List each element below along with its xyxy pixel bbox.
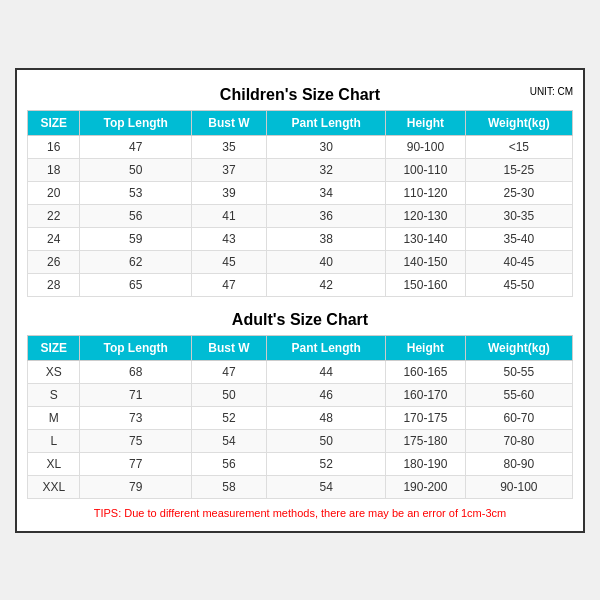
table-cell: 50 <box>80 158 191 181</box>
table-cell: 56 <box>191 452 266 475</box>
table-cell: 54 <box>267 475 386 498</box>
table-cell: 40 <box>267 250 386 273</box>
children-col-height: Height <box>386 110 466 135</box>
table-cell: 60-70 <box>465 406 572 429</box>
table-cell: 43 <box>191 227 266 250</box>
table-cell: 50 <box>191 383 266 406</box>
table-cell: 41 <box>191 204 266 227</box>
table-cell: 45 <box>191 250 266 273</box>
table-row: XS684744160-16550-55 <box>28 360 573 383</box>
table-row: 28654742150-16045-50 <box>28 273 573 296</box>
table-cell: 46 <box>267 383 386 406</box>
table-cell: 18 <box>28 158 80 181</box>
table-cell: 48 <box>267 406 386 429</box>
table-cell: 37 <box>191 158 266 181</box>
unit-label: UNIT: CM <box>530 86 573 97</box>
table-row: 24594338130-14035-40 <box>28 227 573 250</box>
table-cell: 32 <box>267 158 386 181</box>
table-cell: 15-25 <box>465 158 572 181</box>
table-cell: 58 <box>191 475 266 498</box>
table-row: M735248170-17560-70 <box>28 406 573 429</box>
children-col-weight: Weight(kg) <box>465 110 572 135</box>
table-cell: XXL <box>28 475 80 498</box>
children-col-top-length: Top Length <box>80 110 191 135</box>
table-cell: <15 <box>465 135 572 158</box>
table-cell: 130-140 <box>386 227 466 250</box>
table-cell: 40-45 <box>465 250 572 273</box>
table-cell: 25-30 <box>465 181 572 204</box>
table-cell: 120-130 <box>386 204 466 227</box>
table-cell: 100-110 <box>386 158 466 181</box>
table-cell: 44 <box>267 360 386 383</box>
table-cell: 79 <box>80 475 191 498</box>
adult-col-pant-length: Pant Length <box>267 335 386 360</box>
table-cell: 39 <box>191 181 266 204</box>
table-cell: 75 <box>80 429 191 452</box>
table-cell: 47 <box>191 273 266 296</box>
adult-header-row: SIZE Top Length Bust W Pant Length Heigh… <box>28 335 573 360</box>
adult-size-table: SIZE Top Length Bust W Pant Length Heigh… <box>27 335 573 499</box>
table-cell: 55-60 <box>465 383 572 406</box>
table-cell: 22 <box>28 204 80 227</box>
adult-col-size: SIZE <box>28 335 80 360</box>
children-col-bust-w: Bust W <box>191 110 266 135</box>
table-cell: 160-170 <box>386 383 466 406</box>
children-header-row: SIZE Top Length Bust W Pant Length Heigh… <box>28 110 573 135</box>
table-cell: 73 <box>80 406 191 429</box>
table-cell: 45-50 <box>465 273 572 296</box>
table-cell: 180-190 <box>386 452 466 475</box>
table-row: 1647353090-100<15 <box>28 135 573 158</box>
table-cell: 35 <box>191 135 266 158</box>
table-cell: 62 <box>80 250 191 273</box>
table-row: XL775652180-19080-90 <box>28 452 573 475</box>
table-cell: 190-200 <box>386 475 466 498</box>
table-cell: 71 <box>80 383 191 406</box>
table-cell: 20 <box>28 181 80 204</box>
adult-col-top-length: Top Length <box>80 335 191 360</box>
table-cell: 34 <box>267 181 386 204</box>
table-cell: 150-160 <box>386 273 466 296</box>
table-cell: 50 <box>267 429 386 452</box>
table-cell: 30-35 <box>465 204 572 227</box>
table-row: L755450175-18070-80 <box>28 429 573 452</box>
table-cell: S <box>28 383 80 406</box>
table-cell: 47 <box>80 135 191 158</box>
table-row: 26624540140-15040-45 <box>28 250 573 273</box>
table-cell: XL <box>28 452 80 475</box>
children-section-title: Children's Size Chart UNIT: CM <box>27 80 573 106</box>
table-cell: 16 <box>28 135 80 158</box>
children-size-table: SIZE Top Length Bust W Pant Length Heigh… <box>27 110 573 297</box>
children-col-size: SIZE <box>28 110 80 135</box>
table-cell: 65 <box>80 273 191 296</box>
table-row: 18503732100-11015-25 <box>28 158 573 181</box>
table-cell: L <box>28 429 80 452</box>
table-cell: 140-150 <box>386 250 466 273</box>
table-cell: 160-165 <box>386 360 466 383</box>
table-cell: 110-120 <box>386 181 466 204</box>
adult-col-weight: Weight(kg) <box>465 335 572 360</box>
table-cell: 42 <box>267 273 386 296</box>
table-cell: 24 <box>28 227 80 250</box>
table-cell: 175-180 <box>386 429 466 452</box>
table-cell: 80-90 <box>465 452 572 475</box>
table-cell: 26 <box>28 250 80 273</box>
table-cell: 90-100 <box>386 135 466 158</box>
adult-section-title: Adult's Size Chart <box>27 305 573 331</box>
adult-col-height: Height <box>386 335 466 360</box>
table-cell: 77 <box>80 452 191 475</box>
table-row: XXL795854190-20090-100 <box>28 475 573 498</box>
table-cell: 56 <box>80 204 191 227</box>
table-cell: 35-40 <box>465 227 572 250</box>
table-cell: 170-175 <box>386 406 466 429</box>
adult-title-text: Adult's Size Chart <box>232 311 368 328</box>
table-row: S715046160-17055-60 <box>28 383 573 406</box>
table-cell: 68 <box>80 360 191 383</box>
table-cell: 52 <box>191 406 266 429</box>
table-cell: 54 <box>191 429 266 452</box>
table-cell: 70-80 <box>465 429 572 452</box>
table-row: 20533934110-12025-30 <box>28 181 573 204</box>
table-cell: 38 <box>267 227 386 250</box>
table-cell: 47 <box>191 360 266 383</box>
children-title-text: Children's Size Chart <box>220 86 380 103</box>
children-col-pant-length: Pant Length <box>267 110 386 135</box>
